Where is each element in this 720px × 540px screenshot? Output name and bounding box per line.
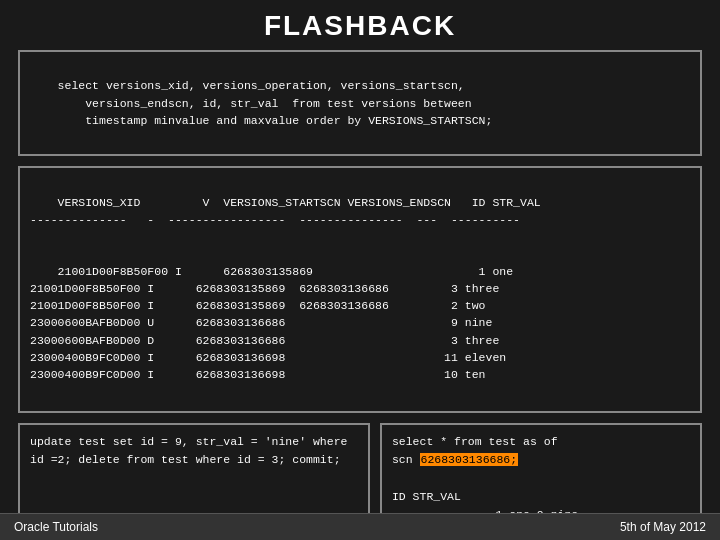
page-title-bar: FLASHBACK (0, 0, 720, 50)
main-query-text: select versions_xid, versions_operation,… (30, 79, 492, 127)
results-rows: 21001D00F8B50F00 I 6268303135869 1 one 2… (30, 265, 513, 382)
results-block: VERSIONS_XID V VERSIONS_STARTSCN VERSION… (18, 166, 702, 412)
right-panel-line1: select * from test as of (392, 435, 558, 448)
footer-left: Oracle Tutorials (14, 520, 98, 534)
left-panel-content: update test set id = 9, str_val = 'nine'… (30, 435, 347, 466)
results-header: VERSIONS_XID V VERSIONS_STARTSCN VERSION… (30, 196, 541, 226)
footer-right: 5th of May 2012 (620, 520, 706, 534)
right-panel-line2-before: scn (392, 453, 420, 466)
footer: Oracle Tutorials 5th of May 2012 (0, 513, 720, 540)
right-panel-header: ID STR_VAL (392, 490, 461, 503)
right-panel-highlight: 6268303136686; (420, 453, 519, 466)
main-query-block: select versions_xid, versions_operation,… (18, 50, 702, 156)
page-title: FLASHBACK (0, 10, 720, 42)
main-content: select versions_xid, versions_operation,… (0, 50, 720, 534)
